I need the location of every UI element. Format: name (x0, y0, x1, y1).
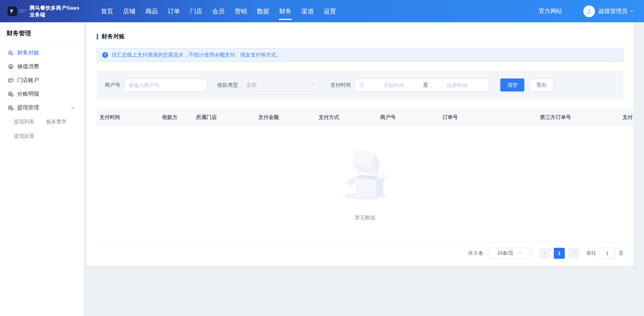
page-number-1[interactable]: 1 (554, 248, 565, 259)
column-header-store: 所属门店 (196, 114, 258, 121)
sidebar-item-withdraw-management[interactable]: 提现管理 (0, 101, 84, 114)
sidebar-subitem-withdraw-settings[interactable]: 提现设置 (14, 129, 46, 143)
empty-box-illustration (338, 145, 393, 201)
pagination-total: 共 0 条 (468, 250, 483, 256)
active-nav-underline (279, 19, 292, 20)
withdraw-icon (8, 105, 14, 111)
column-header-order-no: 订单号 (442, 114, 540, 121)
nav-item-orders[interactable]: 订单 (168, 0, 180, 22)
nav-item-members[interactable]: 会员 (212, 0, 225, 22)
split-detail-icon (8, 91, 14, 97)
nav-item-settings[interactable]: 设置 (324, 0, 336, 22)
payment-time-filter: 支付时间 至 (330, 78, 489, 92)
title-accent-bar (97, 34, 98, 40)
page-size-value: 10条/页 (497, 250, 513, 256)
sidebar-item-stored-value[interactable]: 储值消费 (0, 60, 84, 73)
payment-type-filter: 收款类型 全部 (217, 78, 320, 92)
stored-value-icon (8, 64, 14, 70)
pagination: 共 0 条 10条/页 1 前往 页 (97, 248, 623, 259)
sidebar-item-label: 门店账户 (17, 77, 39, 84)
filter-panel: 商户号 收款类型 全部 支付时间 (97, 71, 623, 99)
export-button[interactable]: 导出 (529, 78, 553, 92)
chevron-up-icon[interactable] (71, 106, 75, 112)
official-site-link[interactable]: 官方网站 (539, 7, 562, 15)
goto-page-input[interactable] (599, 248, 616, 259)
sidebar-item-label: 财务对账 (17, 49, 39, 57)
payment-type-select[interactable]: 全部 (242, 78, 320, 92)
chevron-down-icon (518, 251, 522, 256)
nav-item-finance[interactable]: 财务 (279, 0, 291, 22)
sidebar-item-label: 提现管理 (17, 104, 39, 111)
table-body-empty: 暂无数据 (97, 126, 633, 242)
sidebar-item-store-account[interactable]: 门店账户 (0, 73, 84, 87)
brand-logo-icon (8, 7, 17, 16)
sidebar-title: 财务管理 (0, 26, 84, 43)
app-window: 腾马餐饮多商户Saas业务端 首页 店铺 商品 订单 门店 会员 营销 数据 财… (0, 0, 644, 316)
column-header-third-party-order-no: 第三方订单号 (540, 114, 622, 121)
chevron-down-icon (311, 82, 315, 88)
merchant-label: 商户号 (105, 82, 120, 88)
payment-type-value: 全部 (246, 82, 311, 88)
merchant-filter: 商户号 (105, 78, 207, 92)
column-header-clipped: 支付 (622, 114, 633, 121)
topbar-right: 官方网站 超级管理员 (539, 5, 644, 17)
sidebar-item-label: 储值消费 (17, 63, 39, 70)
page-suffix: 页 (619, 250, 623, 256)
info-icon: ! (102, 52, 108, 58)
range-separator: 至 (422, 82, 430, 88)
sidebar-subitem-withdraw-list[interactable]: 提现列表 (14, 114, 46, 129)
next-page-button[interactable] (568, 248, 579, 259)
store-account-icon (8, 77, 14, 83)
column-header-merchant-no: 商户号 (380, 114, 442, 121)
goto-label: 前往 (586, 250, 596, 256)
prev-page-button[interactable] (539, 248, 550, 259)
sidebar-item-reconciliation[interactable]: 财务对账 (0, 46, 84, 60)
page-title: 财务对账 (97, 33, 623, 40)
user-name: 超级管理员 (598, 7, 628, 15)
nav-item-marketing[interactable]: 营销 (235, 0, 247, 22)
table: 支付时间 收款方 所属门店 支付金额 支付方式 商户号 订单号 第三方订单号 支… (97, 108, 633, 242)
nav-item-shop[interactable]: 店铺 (123, 0, 135, 22)
start-time-input[interactable] (366, 82, 422, 88)
nav-item-home[interactable]: 首页 (101, 0, 113, 22)
user-menu[interactable]: 超级管理员 (583, 5, 634, 17)
topbar: 腾马餐饮多商户Saas业务端 首页 店铺 商品 订单 门店 会员 营销 数据 财… (0, 0, 644, 22)
brand-mark-decoration (19, 10, 26, 13)
column-header-payee: 收款方 (162, 114, 196, 121)
chevron-down-icon (630, 8, 634, 14)
date-range-picker[interactable]: 至 (355, 78, 489, 92)
ledger-icon (8, 50, 14, 56)
table-header-row: 支付时间 收款方 所属门店 支付金额 支付方式 商户号 订单号 第三方订单号 支… (97, 108, 633, 126)
nav-item-channels[interactable]: 渠道 (301, 0, 314, 22)
brand: 腾马餐饮多商户Saas业务端 (0, 4, 84, 18)
user-avatar (583, 5, 595, 17)
empty-text: 暂无数据 (355, 215, 375, 221)
app-title: 腾马餐饮多商户Saas业务端 (29, 4, 84, 18)
nav-item-data[interactable]: 数据 (257, 0, 269, 22)
sidebar-divider (5, 43, 78, 43)
end-time-input[interactable] (430, 82, 485, 88)
top-nav: 首页 店铺 商品 订单 门店 会员 营销 数据 财务 渠道 设置 (101, 0, 346, 22)
column-header-amount: 支付金额 (258, 114, 319, 121)
sidebar-item-label: 分账明细 (17, 90, 39, 98)
nav-item-stores[interactable]: 门店 (190, 0, 202, 22)
column-header-pay-time: 支付时间 (99, 114, 162, 121)
clear-button[interactable]: 清空 (500, 78, 524, 92)
nav-item-goods[interactable]: 商品 (145, 0, 158, 22)
clock-icon (359, 83, 364, 88)
sidebar-item-split-detail[interactable]: 分账明细 (0, 87, 84, 101)
content-card: 财务对账 ! 仅汇总线上支付渠道的交易流水，不统计使用余额支付、现金支付等方式。… (87, 22, 633, 266)
column-header-pay-method: 支付方式 (319, 114, 380, 121)
notice-text: 仅汇总线上支付渠道的交易流水，不统计使用余额支付、现金支付等方式。 (111, 52, 281, 58)
withdraw-submenu: 提现列表 服务费率 提现设置 (0, 114, 82, 143)
payment-time-label: 支付时间 (330, 82, 351, 88)
merchant-input[interactable] (124, 78, 207, 92)
main-area: 财务对账 ! 仅汇总线上支付渠道的交易流水，不统计使用余额支付、现金支付等方式。… (84, 22, 644, 316)
notice-banner: ! 仅汇总线上支付渠道的交易流水，不统计使用余额支付、现金支付等方式。 (97, 48, 623, 62)
payment-type-label: 收款类型 (217, 82, 238, 88)
sidebar: 财务管理 财务对账 储值消费 门店账户 (0, 22, 84, 316)
page-size-select[interactable]: 10条/页 (488, 248, 532, 259)
sidebar-subitem-service-rate[interactable]: 服务费率 (46, 114, 78, 129)
